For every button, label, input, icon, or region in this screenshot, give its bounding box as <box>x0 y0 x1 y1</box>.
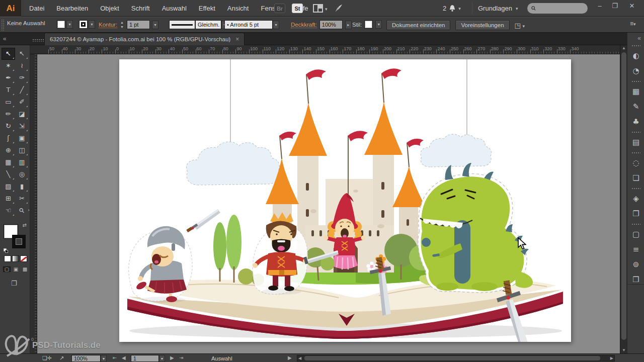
stroke-weight-dropdown[interactable]: ▾ <box>152 21 158 29</box>
rectangle-tool[interactable]: ▭ <box>2 96 15 108</box>
artboard-dropdown[interactable]: ▼ <box>159 355 165 362</box>
type-tool[interactable]: T <box>2 84 15 96</box>
mesh-tool[interactable]: ▦ <box>2 156 15 168</box>
close-tab-icon[interactable]: × <box>235 36 239 43</box>
magic-wand-tool[interactable]: ✶ <box>2 60 15 72</box>
menu-item-ansicht[interactable]: Ansicht <box>221 0 255 17</box>
pen-tool[interactable]: ✒ <box>2 72 15 84</box>
gradient-tool[interactable]: ▥ <box>15 156 29 168</box>
scroll-left-icon[interactable]: ◀ <box>298 355 301 361</box>
menu-item-schrift[interactable]: Schrift <box>125 0 156 17</box>
symbol-sprayer-tool[interactable]: ▨ <box>2 180 15 193</box>
menu-item-bearbeiten[interactable]: Bearbeiten <box>50 0 94 17</box>
stroke-weight-stepper[interactable]: ▲▼ <box>119 20 125 29</box>
first-artboard-icon[interactable]: ⇤ <box>113 355 117 360</box>
panel-menu-icon[interactable]: ≡▾ <box>630 20 636 27</box>
opacity-label[interactable]: Deckkraft: <box>291 22 317 28</box>
width-profile-value[interactable]: Gleichm. <box>195 20 221 29</box>
panel-grip[interactable] <box>631 45 640 47</box>
style-dropdown[interactable]: ▾ <box>375 20 382 29</box>
document-setup-button[interactable]: Dokument einrichten <box>386 20 450 30</box>
stroke-dropdown[interactable]: ▾ <box>89 20 95 29</box>
canvas-area[interactable] <box>37 54 620 353</box>
color-panel[interactable]: ◐ <box>627 48 644 63</box>
draw-behind-icon[interactable]: ▣ <box>12 266 20 272</box>
blend-tool[interactable]: ◎ <box>15 168 29 180</box>
panel-grip[interactable] <box>631 152 640 154</box>
rotate-tool[interactable]: ↻ <box>2 120 15 132</box>
scroll-down-icon[interactable]: ▼ <box>620 347 627 353</box>
lasso-tool[interactable]: ≀ <box>15 60 29 72</box>
artboard-tool[interactable]: ⊞ <box>2 193 15 205</box>
collapse-dock-icon[interactable]: « <box>637 35 641 42</box>
panel-grip[interactable] <box>1 19 5 31</box>
free-transform-tool[interactable]: ▣ <box>15 132 29 144</box>
stroke-weight-value[interactable]: 1 pt <box>127 20 150 29</box>
paintbrush-tool[interactable]: ✐ <box>15 96 29 108</box>
appearance-panel[interactable]: ❏ <box>627 170 644 186</box>
isolate-selection-icon[interactable]: ◳ ▾ <box>515 22 525 29</box>
column-graph-tool[interactable]: ▮ <box>15 180 29 193</box>
artboard-number-field[interactable]: 1 <box>131 355 159 362</box>
fill-stroke-widget[interactable]: ⇄ <box>4 222 27 250</box>
search-box[interactable] <box>527 3 588 14</box>
transform-panel[interactable]: ▢ <box>627 227 644 242</box>
horizontal-ruler[interactable]: 5040302010010203040506070809010011012013… <box>30 45 620 54</box>
vertical-scrollbar[interactable]: ▲ ▼ <box>620 45 627 353</box>
menu-item-objekt[interactable]: Objekt <box>94 0 125 17</box>
last-artboard-icon[interactable]: ⇥ <box>179 355 183 360</box>
color-guide-panel[interactable]: ◔ <box>627 63 644 78</box>
preferences-button[interactable]: Voreinstellungen <box>455 20 509 30</box>
perspective-grid-tool[interactable]: ◫ <box>15 144 29 156</box>
menu-item-auswahl[interactable]: Auswahl <box>156 0 193 17</box>
status-expand-icon[interactable]: ▶ <box>288 355 292 360</box>
eyedropper-tool[interactable]: ╲ <box>2 168 15 180</box>
vertical-scroll-thumb[interactable] <box>621 52 626 340</box>
collapse-panels-icon[interactable]: « <box>3 35 7 42</box>
gradient-button[interactable] <box>12 255 19 262</box>
shape-builder-tool[interactable]: ⊕ <box>2 144 15 156</box>
layers-panel[interactable]: ◈ <box>627 191 644 206</box>
close-button[interactable]: ✕ <box>625 0 639 13</box>
brush-dropdown[interactable]: ▾ <box>273 21 279 29</box>
artboards-panel[interactable]: ❐ <box>627 206 644 221</box>
search-input[interactable] <box>538 5 584 13</box>
direct-selection-tool[interactable]: ↖ <box>15 48 29 60</box>
draw-normal-icon[interactable]: ▢ <box>3 266 11 272</box>
curvature-tool[interactable]: ✑ <box>15 72 29 84</box>
selection-tool[interactable]: ↖ <box>2 48 15 60</box>
next-artboard-icon[interactable]: ▶ <box>170 355 174 360</box>
vertical-ruler[interactable]: 0 <box>30 54 37 353</box>
variable-width-profile[interactable] <box>169 20 195 29</box>
notifications[interactable]: 2 ▾ <box>443 0 461 17</box>
scroll-right-icon[interactable]: ▶ <box>610 355 613 361</box>
fill-dropdown[interactable]: ▾ <box>66 20 73 29</box>
stroke-indicator[interactable] <box>12 235 26 248</box>
swap-fill-stroke-icon[interactable]: ⇄ <box>23 222 27 228</box>
brush-definition[interactable]: • Arrondi 5 pt <box>224 20 273 29</box>
style-swatch[interactable] <box>364 20 373 29</box>
none-button[interactable] <box>20 255 27 262</box>
opacity-value[interactable]: 100% <box>319 20 343 29</box>
align-panel[interactable]: ≡ <box>627 242 644 257</box>
draw-inside-icon[interactable]: ▩ <box>21 266 29 272</box>
swatches-panel[interactable]: ▦ <box>627 84 644 99</box>
stroke-weight-label[interactable]: Kontur: <box>99 22 117 28</box>
line-segment-tool[interactable]: ╱ <box>15 84 29 96</box>
scale-tool[interactable]: ⇲ <box>15 120 29 132</box>
styles-panel[interactable]: ❒ <box>627 272 644 287</box>
stroke-color-swatch[interactable] <box>79 20 88 29</box>
panel-grip[interactable] <box>631 80 640 83</box>
panel-grip[interactable] <box>631 223 640 226</box>
pencil-tool[interactable]: ✏ <box>2 108 15 120</box>
horizontal-scroll-thumb[interactable] <box>304 356 600 360</box>
menu-item-datei[interactable]: Datei <box>23 0 50 17</box>
opacity-dropdown[interactable]: ▸ <box>345 21 352 29</box>
fill-color-swatch[interactable] <box>57 20 65 29</box>
width-tool[interactable]: ʃ <box>2 132 15 144</box>
pathfinder-panel[interactable]: ⊚ <box>627 257 644 272</box>
arrange-documents-icon[interactable] <box>313 4 323 13</box>
transparency-panel[interactable]: ◌ <box>627 155 644 170</box>
maximize-button[interactable]: ❐ <box>608 0 622 13</box>
shaper-tool[interactable]: ◪ <box>15 108 29 120</box>
